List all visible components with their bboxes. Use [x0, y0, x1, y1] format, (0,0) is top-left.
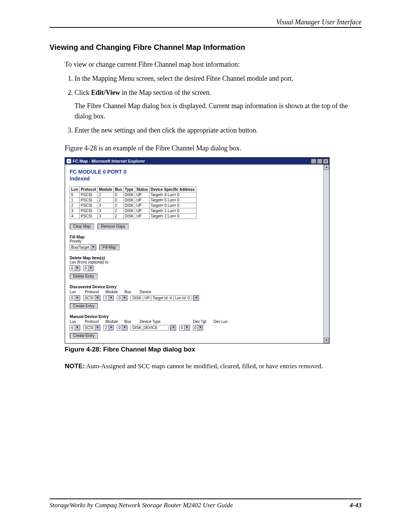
fill-map-heading: Fill Map — [70, 235, 319, 239]
man-dev-lun-select[interactable]: 0▼ — [193, 325, 204, 331]
chevron-down-icon: ▼ — [108, 296, 113, 300]
intro-text: To view or change current Fibre Channel … — [65, 59, 362, 70]
clear-map-button[interactable]: Clear Map — [70, 224, 94, 229]
window-title: FC Map - Microsoft Internet Explorer — [73, 159, 145, 163]
col-protocol: Protocol — [80, 187, 98, 192]
page-header: Visual Manager User Interface — [49, 18, 362, 28]
fc-module-title: FC MODULE 0 PORT 0 — [70, 168, 319, 175]
chevron-down-icon: ▼ — [184, 325, 190, 330]
step-3: Enter the new settings and then click th… — [75, 125, 362, 136]
note-text: Auto-Assigned and SCC maps cannot be mod… — [85, 363, 323, 370]
step-2: Click Edit/View in the Map section of th… — [75, 88, 362, 121]
figure-caption-text: Fibre Channel Map dialog box — [103, 346, 195, 353]
page-footer: StorageWorks by Compaq Network Storage R… — [49, 498, 362, 509]
delete-from-select[interactable]: 0 ▼ — [70, 265, 80, 271]
chevron-down-icon: ▼ — [170, 325, 176, 330]
chevron-down-icon: ▼ — [198, 325, 203, 330]
table-row: 1 PSCSI 2 0 DISK UP Target= 5 Lun= 0 — [70, 198, 196, 203]
manual-device-heading: Manual Device Entry — [70, 314, 319, 319]
man-dev-tgt-select[interactable]: 0▼ — [179, 325, 190, 331]
table-row: 4 PSCSI 3 2 DISK UP Target= 2 Lun= 0 — [70, 214, 196, 219]
chevron-down-icon: ▼ — [75, 266, 80, 271]
disc-bus-select[interactable]: 0▼ — [117, 295, 127, 301]
chevron-down-icon: ▼ — [95, 296, 100, 300]
chevron-down-icon: ▼ — [108, 325, 113, 330]
note-label: NOTE: — [65, 363, 85, 370]
window-titlebar: e FC Map - Microsoft Internet Explorer _… — [65, 158, 329, 165]
delete-sub-label: Lun (from) (optional) to — [70, 260, 319, 264]
create-entry-button-1[interactable]: Create Entry — [70, 303, 98, 309]
man-module-select[interactable]: 2▼ — [104, 325, 114, 331]
figure-caption-prefix: Figure 4-28: — [65, 346, 103, 353]
minimize-button[interactable]: _ — [311, 159, 316, 164]
page-number: 4-43 — [350, 502, 362, 509]
fc-map-dialog: e FC Map - Microsoft Internet Explorer _… — [65, 157, 330, 343]
chevron-down-icon: ▼ — [122, 296, 127, 300]
discovered-device-heading: Discovered Device Entry — [70, 284, 319, 289]
priority-select[interactable]: Bus/Target ▼ — [70, 244, 96, 250]
step-1: In the Mapping Menu screen, select the d… — [75, 73, 362, 84]
steps-list: In the Mapping Menu screen, select the d… — [65, 73, 362, 136]
scroll-down-icon[interactable]: ▾ — [324, 338, 329, 343]
delete-map-heading: Delete Map Item(s) — [70, 256, 319, 260]
ie-icon: e — [67, 159, 71, 163]
disc-protocol-select[interactable]: SCSI▼ — [83, 295, 100, 301]
col-bus: Bus — [113, 187, 123, 192]
disc-device-select[interactable]: ▼ — [193, 295, 199, 301]
delete-entry-button[interactable]: Delete Entry — [70, 273, 97, 279]
col-lun: Lun — [70, 187, 80, 192]
section-heading: Viewing and Changing Fibre Channel Map I… — [49, 43, 362, 52]
disc-device-info: DISK | UP | Target Id: 4 | Lun Id: 0 — [131, 295, 191, 301]
fc-map-name: Indexed — [70, 175, 319, 182]
maximize-button[interactable]: □ — [317, 159, 322, 164]
col-dsa: Device Specific Address — [149, 187, 196, 192]
col-type: Type — [123, 187, 135, 192]
chevron-down-icon: ▼ — [193, 296, 199, 300]
chevron-down-icon: ▼ — [122, 325, 127, 330]
footer-left: StorageWorks by Compaq Network Storage R… — [49, 502, 233, 509]
table-row: 3 PSCSI 3 2 DISK UP Target= 1 Lun= 0 — [70, 208, 196, 214]
chevron-down-icon: ▼ — [88, 266, 93, 271]
disc-lun-select[interactable]: 0▼ — [70, 295, 80, 301]
fill-map-button[interactable]: Fill Map — [99, 244, 119, 250]
man-device-type: DISK_DEVICE — [131, 325, 169, 331]
figure-intro: Figure 4-28 is an example of the Fibre C… — [65, 143, 362, 153]
remove-gaps-button[interactable]: Remove Gaps — [97, 224, 129, 229]
priority-label: Priority — [70, 239, 319, 243]
delete-to-select[interactable]: 0 ▼ — [83, 265, 94, 271]
note-block: NOTE: Auto-Assigned and SCC maps cannot … — [65, 362, 362, 371]
table-row: 2 PSCSI 3 2 DISK UP Target= 0 Lun= 0 — [70, 203, 196, 208]
table-row: 0 PSCSI 2 0 DISK UP Target= 4 Lun= 0 — [70, 192, 196, 198]
chevron-down-icon: ▼ — [91, 245, 96, 250]
map-table: Lun Protocol Module Bus Type Status Devi… — [70, 187, 196, 219]
create-entry-button-2[interactable]: Create Entry — [70, 333, 98, 339]
close-button[interactable]: ✕ — [323, 159, 328, 164]
man-lun-select[interactable]: 0▼ — [70, 325, 80, 331]
man-bus-select[interactable]: 0▼ — [117, 325, 127, 331]
header-title: Visual Manager User Interface — [276, 18, 362, 26]
scrollbar[interactable]: ▴ ▾ — [323, 165, 329, 343]
step-2-subtext: The Fibre Channel Map dialog box is disp… — [75, 101, 362, 121]
chevron-down-icon: ▼ — [95, 325, 100, 330]
disc-module-select[interactable]: 2▼ — [104, 295, 114, 301]
scroll-up-icon[interactable]: ▴ — [324, 165, 329, 170]
man-device-type-select[interactable]: ▼ — [170, 325, 176, 331]
col-status: Status — [135, 187, 150, 192]
chevron-down-icon: ▼ — [75, 325, 80, 330]
man-protocol-select[interactable]: SCSI▼ — [83, 325, 100, 331]
col-module: Module — [97, 187, 113, 192]
chevron-down-icon: ▼ — [75, 296, 80, 300]
